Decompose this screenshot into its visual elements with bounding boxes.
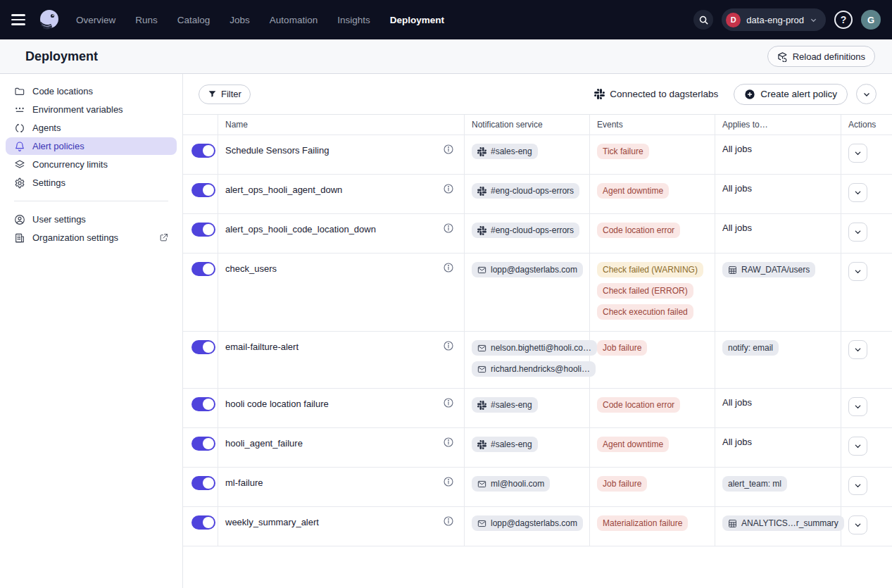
info-icon[interactable] — [443, 340, 454, 351]
nav-item-deployment[interactable]: Deployment — [390, 15, 444, 25]
event-tag: Agent downtime — [597, 437, 669, 452]
toggle-cell — [183, 428, 218, 467]
applies-to-text: All jobs — [722, 142, 752, 154]
notification-tag: #sales-eng — [472, 397, 538, 413]
sidebar-item-user-settings[interactable]: User settings — [6, 211, 177, 228]
sidebar-item-concurrency-limits[interactable]: Concurrency limits — [6, 156, 177, 173]
notification-cell: #sales-eng — [465, 135, 590, 174]
applies-to-cell: ANALYTICS…r_summary — [715, 507, 841, 546]
sidebar-item-organization-settings[interactable]: Organization settings — [6, 229, 177, 246]
table-row: hooli code location failure #sales-eng C… — [183, 389, 892, 428]
layers-icon — [14, 159, 25, 170]
policy-enabled-toggle[interactable] — [191, 223, 215, 237]
row-actions-button[interactable] — [848, 476, 867, 495]
sidebar-item-alert-policies[interactable]: Alert policies — [6, 137, 177, 155]
policy-enabled-toggle[interactable] — [191, 515, 215, 530]
row-actions-button[interactable] — [848, 144, 867, 163]
toggle-cell — [183, 507, 218, 546]
sidebar: Code locations Environment variables Age… — [0, 74, 183, 588]
policy-name: alert_ops_hooli_code_location_down — [225, 223, 376, 234]
toggle-cell — [183, 332, 218, 388]
policy-name: hooli_agent_failure — [225, 437, 303, 449]
hamburger-menu-icon[interactable] — [11, 11, 28, 28]
row-actions-button[interactable] — [848, 397, 867, 416]
events-cell: Agent downtime — [590, 428, 715, 467]
sidebar-item-label: Concurrency limits — [32, 159, 108, 170]
folder-icon — [14, 86, 25, 97]
info-icon[interactable] — [443, 476, 454, 487]
row-actions-button[interactable] — [848, 183, 867, 202]
nav-item-insights[interactable]: Insights — [337, 15, 370, 25]
reload-definitions-label: Reload definitions — [793, 51, 865, 62]
event-tag: Job failure — [597, 476, 647, 492]
policy-enabled-toggle[interactable] — [191, 262, 215, 276]
nav-item-runs[interactable]: Runs — [135, 15, 158, 25]
search-button[interactable] — [693, 10, 713, 30]
info-icon[interactable] — [443, 144, 454, 155]
filter-button[interactable]: Filter — [199, 85, 251, 104]
notification-cell: ml@hooli.com — [465, 468, 590, 506]
col-header-notification-service: Notification service — [465, 115, 590, 135]
applies-to-cell: All jobs — [715, 214, 841, 253]
info-icon[interactable] — [443, 223, 454, 234]
notification-tag: #eng-cloud-ops-errors — [472, 183, 579, 199]
info-icon[interactable] — [443, 183, 454, 194]
name-cell: Schedule Sensors Failing — [218, 135, 465, 174]
policy-enabled-toggle[interactable] — [191, 144, 215, 158]
policy-name: weekly_summary_alert — [225, 515, 319, 527]
nav-item-catalog[interactable]: Catalog — [177, 15, 211, 25]
policy-enabled-toggle[interactable] — [191, 340, 215, 354]
name-cell: ml-failure — [218, 468, 465, 506]
plus-circle-icon — [744, 89, 755, 100]
help-button[interactable]: ? — [834, 11, 853, 29]
nav-item-automation[interactable]: Automation — [270, 15, 318, 25]
top-navigation-bar: OverviewRunsCatalogJobsAutomationInsight… — [0, 0, 892, 39]
row-actions-button[interactable] — [848, 340, 867, 359]
sidebar-item-label: Organization settings — [32, 232, 118, 243]
gear-icon — [14, 177, 25, 189]
row-actions-button[interactable] — [848, 437, 867, 456]
sidebar-item-agents[interactable]: Agents — [6, 119, 177, 137]
sidebar-item-environment-variables[interactable]: Environment variables — [6, 101, 177, 118]
row-actions-button[interactable] — [848, 262, 867, 281]
name-cell: alert_ops_hooli_code_location_down — [218, 214, 465, 253]
applies-to-cell: alert_team: ml — [715, 468, 841, 506]
dagster-logo-icon[interactable] — [37, 7, 62, 32]
nav-item-jobs[interactable]: Jobs — [230, 15, 250, 25]
slack-icon — [477, 226, 486, 235]
policy-enabled-toggle[interactable] — [191, 183, 215, 197]
row-actions-button[interactable] — [848, 515, 867, 534]
create-alert-policy-button[interactable]: Create alert policy — [734, 84, 848, 105]
nav-item-overview[interactable]: Overview — [76, 15, 115, 25]
info-icon[interactable] — [443, 397, 454, 408]
user-icon — [14, 214, 25, 225]
table-row: weekly_summary_alert lopp@dagsterlabs.co… — [183, 507, 892, 546]
reload-definitions-button[interactable]: Reload definitions — [767, 46, 875, 67]
user-avatar[interactable]: G — [861, 10, 881, 30]
env-icon — [14, 104, 25, 115]
actions-cell — [841, 428, 892, 467]
info-icon[interactable] — [443, 515, 454, 527]
policy-enabled-toggle[interactable] — [191, 476, 215, 490]
event-tag: Materialization failure — [597, 515, 688, 531]
events-cell: Check failed (WARNING)Check failed (ERRO… — [590, 254, 715, 331]
filter-label: Filter — [221, 89, 241, 99]
policy-enabled-toggle[interactable] — [191, 437, 215, 451]
alert-policies-table: Name Notification service Events Applies… — [183, 114, 892, 546]
sidebar-item-settings[interactable]: Settings — [6, 174, 177, 192]
slack-icon — [594, 89, 605, 99]
sidebar-item-code-locations[interactable]: Code locations — [6, 82, 177, 100]
policy-enabled-toggle[interactable] — [191, 397, 215, 411]
name-cell: alert_ops_hooli_agent_down — [218, 175, 465, 213]
notification-tag: notify: email — [722, 340, 779, 356]
more-options-button[interactable] — [856, 84, 877, 104]
actions-cell — [841, 135, 892, 174]
info-icon[interactable] — [443, 437, 454, 448]
row-actions-button[interactable] — [848, 223, 867, 242]
info-icon[interactable] — [443, 262, 454, 273]
notification-cell: lopp@dagsterlabs.com — [465, 507, 590, 546]
notification-cell: #eng-cloud-ops-errors — [465, 175, 590, 213]
event-tag: Job failure — [597, 340, 647, 356]
actions-cell — [841, 468, 892, 506]
deployment-switcher[interactable]: D data-eng-prod — [722, 8, 826, 31]
